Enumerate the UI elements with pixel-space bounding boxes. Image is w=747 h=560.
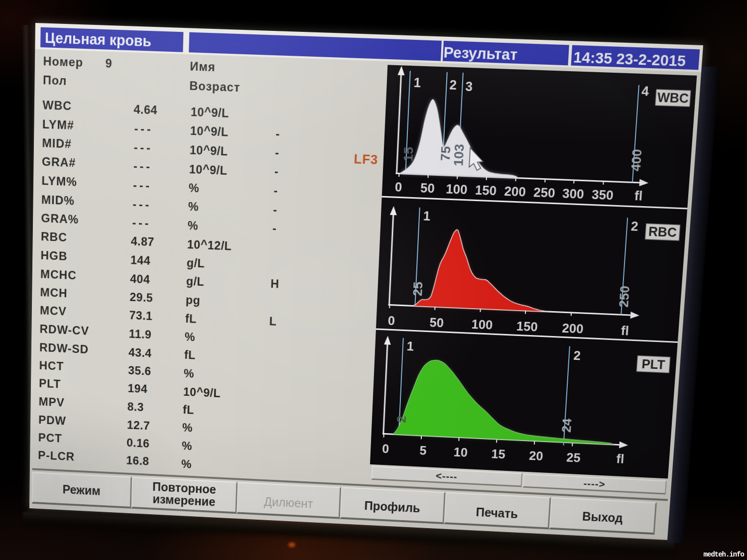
- svg-text:4: 4: [641, 83, 649, 99]
- svg-text:WBC: WBC: [657, 90, 689, 106]
- svg-text:24: 24: [559, 418, 574, 433]
- svg-text:15: 15: [491, 447, 506, 461]
- svg-text:250: 250: [616, 285, 632, 308]
- svg-text:20: 20: [529, 448, 544, 463]
- svg-text:fl: fl: [621, 323, 629, 338]
- svg-text:350: 350: [591, 187, 614, 203]
- svg-text:150: 150: [475, 182, 497, 198]
- svg-text:200: 200: [504, 184, 526, 200]
- svg-text:0: 0: [394, 179, 402, 195]
- svg-text:25: 25: [410, 281, 426, 296]
- svg-text:PLT: PLT: [641, 356, 666, 372]
- svg-text:50: 50: [420, 180, 435, 196]
- svg-text:1: 1: [423, 208, 431, 224]
- svg-text:200: 200: [562, 321, 584, 336]
- svg-text:250: 250: [533, 185, 556, 201]
- svg-text:0: 0: [382, 442, 389, 456]
- svg-text:100: 100: [471, 317, 493, 333]
- svg-text:100: 100: [446, 181, 468, 197]
- svg-text:fl: fl: [634, 188, 643, 204]
- svg-text:2: 2: [630, 219, 639, 234]
- svg-text:10: 10: [453, 445, 468, 459]
- svg-text:25: 25: [566, 450, 581, 465]
- svg-text:400: 400: [628, 149, 644, 172]
- svg-text:fl: fl: [616, 451, 625, 466]
- svg-text:15: 15: [401, 146, 416, 162]
- svg-text:103: 103: [451, 144, 467, 167]
- svg-text:2: 2: [573, 348, 581, 363]
- svg-text:300: 300: [562, 186, 584, 202]
- svg-text:RBC: RBC: [648, 224, 677, 240]
- svg-text:3: 3: [465, 79, 473, 94]
- svg-text:50: 50: [429, 315, 444, 331]
- svg-text:150: 150: [516, 319, 538, 335]
- svg-text:5: 5: [419, 443, 427, 458]
- svg-text:0: 0: [387, 313, 395, 328]
- svg-text:2: 2: [394, 416, 408, 423]
- svg-text:2: 2: [449, 77, 457, 93]
- svg-text:1: 1: [413, 75, 421, 90]
- svg-text:1: 1: [406, 338, 414, 353]
